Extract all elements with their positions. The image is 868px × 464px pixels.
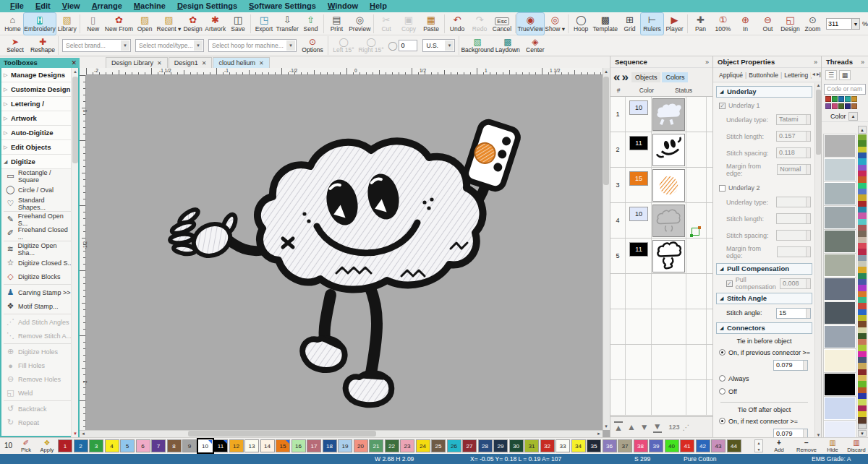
menu-help[interactable]: Help bbox=[364, 0, 393, 12]
palette-swatch-25[interactable]: 25 bbox=[431, 439, 446, 452]
sequence-row[interactable]: 511 bbox=[610, 239, 713, 274]
thread-chart-swatch[interactable] bbox=[851, 96, 857, 102]
units-select[interactable]: U.S.▼ bbox=[422, 39, 455, 52]
tab-design1[interactable]: Design1✕ bbox=[169, 57, 213, 68]
rulers-button[interactable]: ⊢Rulers bbox=[641, 13, 663, 35]
tab-buttonhole[interactable]: Buttonhole bbox=[746, 70, 780, 80]
palette-swatch-14[interactable]: 14 bbox=[260, 439, 275, 452]
open-button[interactable]: ▨Open bbox=[134, 13, 156, 35]
background-button[interactable]: ▧ Background bbox=[461, 36, 493, 56]
objects-toggle[interactable]: Objects bbox=[631, 72, 661, 82]
tool-digitize-blocks[interactable]: ◇Digitize Blocks bbox=[1, 270, 74, 283]
color-chip[interactable]: 11 bbox=[629, 242, 648, 257]
thread-chart-swatches[interactable] bbox=[822, 96, 868, 109]
pull-compensation-input[interactable]: 0.008 bbox=[780, 278, 811, 289]
horizontal-scrollbar[interactable]: ◄ ► bbox=[80, 430, 603, 437]
toolbox-artwork[interactable]: ▷Artwork bbox=[1, 111, 74, 126]
pull-compensation-section-header[interactable]: ◢Pull Compensation bbox=[716, 263, 812, 275]
transfer-button[interactable]: ⇩Transfer bbox=[275, 13, 299, 35]
checkbox-checked-icon[interactable]: ✓ bbox=[719, 103, 726, 109]
tie-off-on-radio[interactable]: On, if next connector >= bbox=[713, 416, 815, 426]
color-chip[interactable]: 15 bbox=[629, 171, 648, 186]
underlay2-checkbox-row[interactable]: Underlay 2 bbox=[713, 182, 815, 194]
property-input[interactable] bbox=[776, 213, 811, 224]
tool-motif-stamp[interactable]: ❖Motif Stamp... bbox=[1, 299, 74, 313]
scroll-down-icon[interactable]: ▼ bbox=[603, 423, 610, 430]
hide-colors-button[interactable]: ▥ Hide bbox=[822, 438, 843, 454]
scroll-left-icon[interactable]: ◄ bbox=[80, 430, 87, 437]
thread-swatch[interactable] bbox=[824, 158, 856, 181]
menu-arrange[interactable]: Arrange bbox=[86, 0, 128, 12]
trueview-button[interactable]: ◉TrueView bbox=[517, 13, 544, 35]
palette-swatch-35[interactable]: 35 bbox=[587, 439, 601, 452]
sequence-row[interactable]: 110 bbox=[610, 97, 713, 132]
new-from-button[interactable]: ✿New From bbox=[104, 13, 133, 35]
discard-colors-button[interactable]: ▥ Discard bbox=[843, 438, 868, 454]
thread-chart-swatch[interactable] bbox=[832, 103, 838, 109]
scroll-down-icon[interactable]: ▼ bbox=[858, 430, 867, 437]
property-input[interactable]: Tatami bbox=[776, 114, 811, 125]
object-thumbnail[interactable] bbox=[652, 205, 685, 237]
palette-swatch-31[interactable]: 31 bbox=[524, 439, 539, 452]
palette-swatch-8[interactable]: 8 bbox=[167, 439, 182, 452]
sequence-row[interactable]: 315 bbox=[610, 168, 713, 203]
thread-chart-swatch[interactable] bbox=[832, 96, 838, 102]
brand-select[interactable]: Select brand...▼ bbox=[62, 39, 131, 52]
toolbox-customize-design[interactable]: ▷Customize Design bbox=[1, 82, 74, 97]
menu-window[interactable]: Window bbox=[322, 0, 364, 12]
palette-swatch-4[interactable]: 4 bbox=[105, 439, 119, 452]
palette-swatch-28[interactable]: 28 bbox=[478, 439, 493, 452]
sidebar-scrollbar[interactable]: ▲ ▼ bbox=[71, 68, 78, 437]
color-chip[interactable]: 11 bbox=[629, 136, 648, 150]
tab-scroll-icons[interactable]: ◂ ▸ bbox=[811, 71, 820, 77]
laydown-button[interactable]: ▩ Laydown bbox=[494, 36, 522, 56]
palette-swatch-41[interactable]: 41 bbox=[680, 439, 694, 452]
options-button[interactable]: ⊙ Options bbox=[299, 36, 326, 56]
toolbox-auto-digitize[interactable]: ▷Auto-Digitize bbox=[1, 126, 74, 140]
palette-swatch-11[interactable]: 11 bbox=[213, 439, 228, 452]
palette-swatch-22[interactable]: 22 bbox=[385, 439, 399, 452]
tool-digitize-open-sha[interactable]: ≋Digitize Open Sha... bbox=[1, 242, 74, 256]
in-button[interactable]: ⊕In bbox=[734, 13, 757, 35]
palette-swatch-27[interactable]: 27 bbox=[462, 439, 477, 452]
palette-swatch-17[interactable]: 17 bbox=[307, 439, 321, 452]
palette-swatch-43[interactable]: 43 bbox=[711, 439, 726, 452]
property-input[interactable]: 0.157 bbox=[776, 131, 811, 142]
scrollbar-thumb[interactable] bbox=[603, 77, 609, 185]
zoom-percent-input[interactable] bbox=[826, 18, 852, 30]
palette-swatch-42[interactable]: 42 bbox=[696, 439, 710, 452]
add-color-button[interactable]: + Add bbox=[767, 438, 791, 454]
undo-button[interactable]: ↶Undo bbox=[446, 13, 469, 35]
palette-swatch-29[interactable]: 29 bbox=[493, 439, 508, 452]
stitch-angle-input[interactable]: 15 bbox=[776, 308, 811, 319]
thread-swatch[interactable] bbox=[824, 254, 856, 277]
scroll-up-icon[interactable]: ▲ bbox=[858, 126, 867, 134]
sequence-row[interactable]: 410 bbox=[610, 203, 713, 239]
paste-button[interactable]: ▦Paste bbox=[420, 13, 443, 35]
tie-off-value-input[interactable]: 0.079 bbox=[773, 429, 808, 437]
colors-toggle[interactable]: Colors bbox=[662, 72, 688, 82]
scrollbar-thumb[interactable] bbox=[816, 90, 821, 155]
thread-color-strip[interactable] bbox=[858, 134, 867, 424]
palette-swatch-19[interactable]: 19 bbox=[338, 439, 352, 452]
close-icon[interactable]: ✕ bbox=[157, 60, 162, 66]
checkbox-checked-icon[interactable]: ✓ bbox=[726, 280, 733, 287]
palette-swatch-38[interactable]: 38 bbox=[634, 439, 648, 452]
object-thumbnail[interactable] bbox=[652, 240, 685, 272]
scrollbar-thumb[interactable] bbox=[858, 424, 867, 429]
property-input[interactable] bbox=[776, 197, 811, 207]
palette-swatch-3[interactable]: 3 bbox=[89, 439, 103, 452]
properties-scrollbar[interactable]: ▲ ▼ bbox=[814, 83, 821, 437]
chevron-down-icon[interactable]: ▼ bbox=[852, 18, 860, 30]
scroll-up-icon[interactable]: ▲ bbox=[72, 68, 79, 75]
embroidery-button[interactable]: HEmbroidery bbox=[24, 13, 56, 35]
reshape-button[interactable]: ✚ Reshape bbox=[29, 36, 56, 56]
thread-chart-swatch[interactable] bbox=[838, 96, 844, 102]
palette-swatch-26[interactable]: 26 bbox=[447, 439, 461, 452]
toolbox-digitize[interactable]: ◢Digitize bbox=[1, 155, 74, 169]
next-color-button[interactable]: » bbox=[621, 69, 628, 85]
palette-swatch-12[interactable]: 12 bbox=[229, 439, 244, 452]
drawing-area[interactable] bbox=[86, 75, 603, 430]
panel-collapse-icon[interactable]: » bbox=[861, 56, 864, 68]
send-button[interactable]: ⇧Send bbox=[299, 13, 322, 35]
